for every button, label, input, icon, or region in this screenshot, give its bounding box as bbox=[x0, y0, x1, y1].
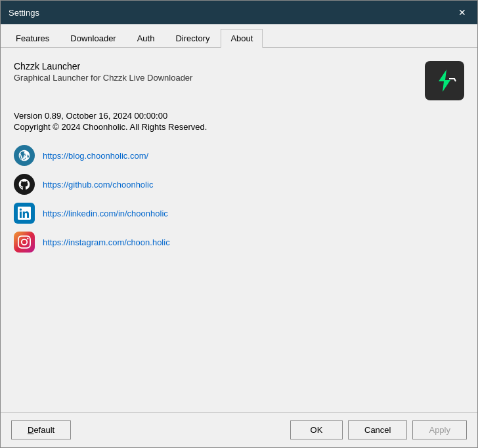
tab-downloader[interactable]: Downloader bbox=[60, 29, 125, 48]
linkedin-icon bbox=[14, 203, 35, 224]
links-section: https://blog.choonholic.com/ https://git… bbox=[14, 145, 464, 253]
linkedin-svg bbox=[18, 207, 31, 220]
window-title: Settings bbox=[9, 8, 39, 18]
footer-left: Default bbox=[11, 420, 290, 439]
svg-marker-0 bbox=[439, 70, 450, 92]
copyright-text: Copyright © 2024 Choonholic. All Rights … bbox=[14, 122, 464, 132]
app-name: Chzzk Launcher bbox=[14, 61, 425, 71]
tab-directory[interactable]: Directory bbox=[165, 29, 219, 48]
app-info: Chzzk Launcher Graphical Launcher for Ch… bbox=[14, 61, 425, 83]
instagram-icon bbox=[14, 232, 35, 253]
app-logo bbox=[425, 61, 464, 100]
settings-window: Settings ✕ Features Downloader Auth Dire… bbox=[0, 0, 478, 448]
footer: Default OK Cancel Apply bbox=[1, 412, 477, 447]
app-desc: Graphical Launcher for Chzzk Live Downlo… bbox=[14, 73, 425, 83]
wordpress-svg bbox=[18, 149, 31, 162]
tab-bar: Features Downloader Auth Directory About bbox=[1, 24, 477, 48]
instagram-link[interactable]: https://instagram.com/choon.holic bbox=[43, 237, 170, 247]
linkedin-link[interactable]: https://linkedin.com/in/choonholic bbox=[43, 209, 168, 218]
close-button[interactable]: ✕ bbox=[455, 5, 469, 20]
github-link[interactable]: https://github.com/choonholic bbox=[43, 180, 153, 190]
link-item-github[interactable]: https://github.com/choonholic bbox=[14, 174, 464, 195]
github-svg bbox=[18, 178, 31, 191]
title-bar: Settings ✕ bbox=[1, 1, 477, 24]
link-item-linkedin[interactable]: https://linkedin.com/in/choonholic bbox=[14, 203, 464, 224]
version-info: Version 0.89, October 16, 2024 00:00:00 … bbox=[14, 111, 464, 132]
cancel-button[interactable]: Cancel bbox=[348, 420, 407, 439]
apply-button[interactable]: Apply bbox=[412, 420, 467, 439]
ok-button[interactable]: OK bbox=[290, 420, 343, 439]
instagram-svg bbox=[18, 235, 31, 249]
wordpress-link[interactable]: https://blog.choonholic.com/ bbox=[43, 151, 148, 161]
default-button[interactable]: Default bbox=[11, 420, 71, 439]
apply-label: Apply bbox=[429, 425, 450, 435]
link-item-instagram[interactable]: https://instagram.com/choon.holic bbox=[14, 232, 464, 253]
wordpress-icon bbox=[14, 145, 35, 166]
cancel-label: Cancel bbox=[364, 425, 391, 435]
version-text: Version 0.89, October 16, 2024 00:00:00 bbox=[14, 111, 464, 121]
footer-right: OK Cancel Apply bbox=[290, 420, 467, 439]
tab-about[interactable]: About bbox=[221, 29, 263, 48]
content-area: Chzzk Launcher Graphical Launcher for Ch… bbox=[1, 48, 477, 412]
ok-label: OK bbox=[311, 425, 323, 435]
link-item-wordpress[interactable]: https://blog.choonholic.com/ bbox=[14, 145, 464, 166]
github-icon bbox=[14, 174, 35, 195]
app-logo-svg bbox=[431, 67, 458, 94]
tab-auth[interactable]: Auth bbox=[127, 29, 165, 48]
tab-features[interactable]: Features bbox=[6, 29, 59, 48]
about-header: Chzzk Launcher Graphical Launcher for Ch… bbox=[14, 61, 464, 100]
